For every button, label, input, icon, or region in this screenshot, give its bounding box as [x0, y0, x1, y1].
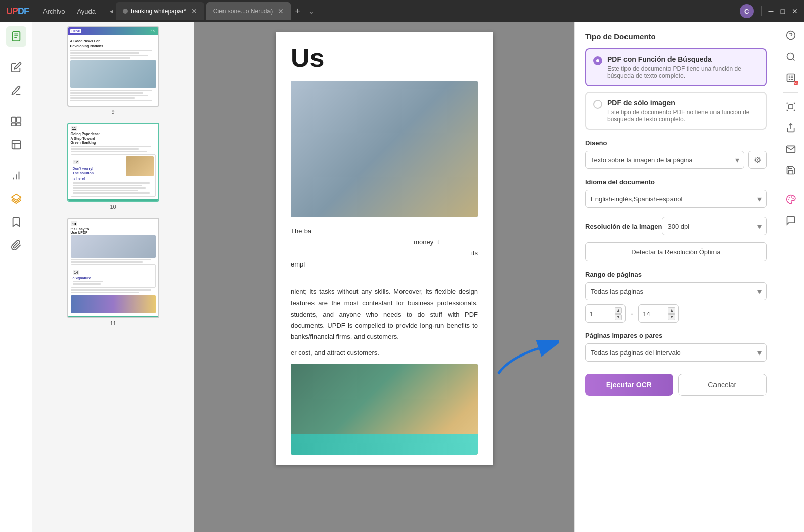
resolucion-select-wrapper[interactable]: 300 dpi [662, 217, 767, 235]
app-logo: UPDF [6, 6, 29, 17]
radio-pdf-search[interactable] [593, 56, 602, 65]
rango-select[interactable]: Todas las páginas [585, 282, 767, 300]
sidebar-icon-pages[interactable] [6, 111, 26, 131]
option-pdf-search[interactable]: PDF con Función de Búsqueda Este tipo de… [585, 48, 767, 86]
resolucion-select[interactable]: 300 dpi [662, 217, 767, 235]
svg-rect-3 [11, 123, 15, 126]
thumb-card-10[interactable]: 11 Going Paperless:A Step TowardGreen Ba… [67, 123, 159, 201]
sidebar-icon-edit[interactable] [6, 57, 26, 77]
detect-resolution-button[interactable]: Detectar la Resolución Óptima [585, 242, 767, 261]
close-button[interactable]: ✕ [792, 7, 798, 15]
page-from-input[interactable]: 1 ▲ ▼ [585, 304, 626, 323]
menu-archivo[interactable]: Archivo [37, 8, 71, 15]
tab-neruda[interactable]: Cien sone...o Neruda) ✕ [206, 2, 291, 20]
tab-bar: ◂ banking whitepapar* ✕ Cien sone...o Ne… [110, 2, 740, 20]
tab-dropdown-icon[interactable]: ◂ [110, 8, 113, 15]
ocr-section-title: Tipo de Documento [585, 32, 767, 41]
execute-ocr-button[interactable]: Ejecutar OCR [585, 374, 673, 396]
doc-para-cost: er cost, and attract customers. [291, 347, 478, 359]
p11-num13: 13 [71, 221, 78, 226]
rt-save-icon[interactable] [782, 161, 800, 180]
option-pdf-image[interactable]: PDF de sólo imagen Este tipo de document… [585, 92, 767, 130]
ocr-panel: Tipo de Documento PDF con Función de Bús… [574, 22, 777, 532]
action-row: Ejecutar OCR Cancelar [585, 374, 767, 396]
range-dash: - [631, 309, 633, 318]
sidebar-icon-document[interactable] [6, 26, 26, 47]
user-avatar[interactable]: C [740, 4, 754, 18]
opt-title-pdf-image: PDF de sólo imagen [607, 99, 758, 107]
doc-bottom-image-bg [291, 364, 478, 455]
page-from-field[interactable]: 1 [590, 310, 615, 318]
page-to-field[interactable]: 14 [643, 310, 668, 318]
rt-search-icon[interactable] [782, 48, 800, 66]
left-sidebar [0, 22, 32, 532]
rt-share-icon[interactable] [782, 119, 800, 137]
tab-label-banking: banking whitepapar* [131, 8, 186, 15]
rt-separator-2 [783, 185, 798, 185]
page9-num-badge: 10 [150, 29, 156, 33]
sidebar-separator-3 [9, 160, 24, 160]
page11-bottom-bar [68, 316, 158, 317]
thumb-card-11[interactable]: 13 It's Easy toUse UPDF 14 eSignature [67, 218, 159, 318]
sidebar-separator-2 [9, 106, 24, 106]
svg-point-14 [791, 197, 791, 197]
sidebar-icon-annotate[interactable] [6, 80, 26, 101]
page-to-down[interactable]: ▼ [668, 314, 675, 320]
doc-bottom-image [291, 364, 478, 455]
rt-palette-icon[interactable] [782, 190, 800, 208]
impares-select[interactable]: Todas las páginas del intervalo [585, 343, 767, 362]
tab-banking[interactable]: banking whitepapar* ✕ [116, 2, 204, 20]
thumbnail-page-10[interactable]: 11 Going Paperless:A Step TowardGreen Ba… [36, 123, 190, 209]
p11-esignature: eSignature [73, 276, 103, 280]
diseno-select[interactable]: Texto sobre la imagen de la página [585, 151, 744, 169]
p10-title-11: Going Paperless:A Step TowardGreen Banki… [71, 132, 156, 145]
gear-button[interactable]: ⚙ [748, 151, 767, 169]
close-tab-banking[interactable]: ✕ [191, 7, 197, 15]
page-to-up[interactable]: ▲ [668, 307, 675, 314]
tab-add-button[interactable]: + [291, 6, 304, 17]
maximize-button[interactable]: □ [781, 7, 785, 15]
sidebar-icon-paperclip[interactable] [6, 235, 26, 255]
tab-label-neruda: Cien sone...o Neruda) [213, 8, 273, 15]
thumb-card-9[interactable]: UPDF 10 A Good News ForDeveloping Nation… [67, 26, 159, 107]
thumbnail-page-11[interactable]: 13 It's Easy toUse UPDF 14 eSignature [36, 218, 190, 326]
page9-title-text: A Good News ForDeveloping Nations [70, 39, 156, 48]
rt-help-icon[interactable] [782, 26, 800, 45]
tab-overflow-button[interactable]: ⌄ [304, 7, 319, 15]
page-from-spinners[interactable]: ▲ ▼ [615, 307, 622, 320]
option-content-pdf-search: PDF con Función de Búsqueda Este tipo de… [607, 55, 758, 79]
page-to-input[interactable]: 14 ▲ ▼ [638, 304, 679, 323]
page-from-down[interactable]: ▼ [615, 314, 622, 320]
rt-scan-icon[interactable] [782, 98, 800, 116]
sidebar-icon-form[interactable] [6, 135, 26, 155]
impares-section: Páginas impares o pares Todas las página… [585, 332, 767, 362]
sidebar-icon-layers[interactable] [6, 189, 26, 209]
impares-select-wrapper[interactable]: Todas las páginas del intervalo [585, 343, 767, 362]
cancel-button[interactable]: Cancelar [678, 374, 767, 396]
rango-select-wrapper[interactable]: Todas las páginas [585, 282, 767, 300]
window-controls: C ─ □ ✕ [740, 4, 798, 18]
doc-body: The banking industry is a major player i… [291, 226, 478, 342]
p11-img13 [71, 235, 156, 258]
close-tab-neruda[interactable]: ✕ [278, 7, 284, 15]
thumb-label-11: 11 [110, 320, 116, 326]
menu-ayuda[interactable]: Ayuda [71, 8, 102, 15]
idioma-label: Idioma del documento [585, 178, 767, 186]
sidebar-icon-bookmark[interactable] [6, 212, 26, 232]
resolucion-label: Resolución de la Imagen [585, 223, 662, 230]
thumb-content-10: 11 Going Paperless:A Step TowardGreen Ba… [68, 124, 158, 199]
page-from-up[interactable]: ▲ [615, 307, 622, 314]
idioma-select-wrapper[interactable]: English-inglés,Spanish-español [585, 190, 767, 208]
sidebar-icon-signature[interactable] [6, 165, 26, 186]
idioma-select[interactable]: English-inglés,Spanish-español [585, 190, 767, 208]
rt-ocr-icon[interactable]: OCR [782, 69, 800, 87]
thumb-content-9: UPDF 10 A Good News ForDeveloping Nation… [68, 27, 158, 106]
minimize-button[interactable]: ─ [769, 7, 774, 15]
thumbnail-page-9[interactable]: UPDF 10 A Good News ForDeveloping Nation… [36, 26, 190, 115]
radio-pdf-image[interactable] [593, 100, 602, 109]
page-to-spinners[interactable]: ▲ ▼ [668, 307, 675, 320]
rt-chat-icon[interactable] [782, 211, 800, 230]
rt-mail-icon[interactable] [782, 140, 800, 158]
diseno-select-wrapper[interactable]: Texto sobre la imagen de la página [585, 151, 744, 169]
page10-bottom-bar [68, 199, 158, 201]
